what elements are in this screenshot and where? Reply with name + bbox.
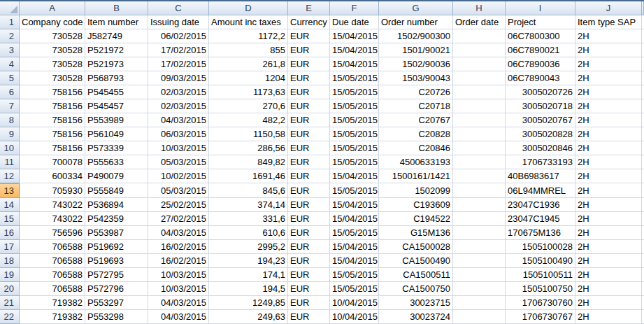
cell-E4[interactable]: EUR (288, 57, 330, 71)
cell-G20[interactable]: CA1500750 (379, 282, 453, 296)
row-header-15[interactable]: 15 (0, 212, 20, 226)
cell-D14[interactable]: 374,14 (209, 198, 288, 212)
cell-E11[interactable]: EUR (288, 155, 330, 169)
cell-A6[interactable]: 758156 (20, 85, 85, 99)
cell-C10[interactable]: 10/03/2015 (148, 141, 209, 155)
row-header-21[interactable]: 21 (0, 296, 20, 310)
row-header-12[interactable]: 12 (0, 169, 20, 183)
cell-E14[interactable]: EUR (288, 198, 330, 212)
cell-B14[interactable]: P536894 (85, 198, 148, 212)
cell-I12[interactable]: 40B6983617 (506, 169, 575, 183)
cell-C11[interactable]: 05/03/2015 (148, 155, 209, 169)
cell-B11[interactable]: P555633 (85, 155, 148, 169)
cell-D5[interactable]: 1204 (209, 71, 288, 85)
cell-D1-field-header[interactable]: Amount inc taxes (209, 15, 288, 29)
cell-E15[interactable]: EUR (288, 212, 330, 226)
cell-G1-field-header[interactable]: Order number (379, 15, 453, 29)
cell-B22[interactable]: P553298 (85, 310, 148, 324)
cell-G11[interactable]: 4500633193 (379, 155, 453, 169)
cell-J13[interactable]: 2H (575, 183, 642, 198)
cell-D8[interactable]: 482,2 (209, 113, 288, 127)
cell-A16[interactable]: 756596 (20, 226, 85, 240)
row-header-16[interactable]: 16 (0, 226, 20, 240)
cell-D17[interactable]: 2995,2 (209, 240, 288, 254)
cell-B12[interactable]: P490079 (85, 169, 148, 183)
cell-C2[interactable]: 06/02/2015 (148, 29, 209, 43)
cell-G17[interactable]: CA1500028 (379, 240, 453, 254)
cell-F18[interactable]: 15/04/2015 (330, 254, 379, 268)
row-header-2[interactable]: 2 (0, 29, 20, 43)
cell-E10[interactable]: EUR (288, 141, 330, 155)
cell-J6[interactable]: 2H (575, 85, 642, 99)
cell-I8[interactable]: 3005020767 (506, 113, 575, 127)
cell-B19[interactable]: P572795 (85, 268, 148, 282)
cell-D9[interactable]: 1150,58 (209, 127, 288, 141)
row-header-7[interactable]: 7 (0, 99, 20, 113)
cell-F10[interactable]: 15/05/2015 (330, 141, 379, 155)
cell-I10[interactable]: 3005020846 (506, 141, 575, 155)
cell-G6[interactable]: C20726 (379, 85, 453, 99)
cell-D2[interactable]: 1172,2 (209, 29, 288, 43)
cell-F17[interactable]: 15/04/2015 (330, 240, 379, 254)
cell-G21[interactable]: 30023715 (379, 296, 453, 310)
cell-E19[interactable]: EUR (288, 268, 330, 282)
cell-D11[interactable]: 849,82 (209, 155, 288, 169)
cell-A3[interactable]: 730528 (20, 43, 85, 57)
cell-I17[interactable]: 1505100028 (506, 240, 575, 254)
cell-H1-field-header[interactable]: Order date (453, 15, 506, 29)
cell-F6[interactable]: 15/05/2015 (330, 85, 379, 99)
cell-F12[interactable]: 15/04/2015 (330, 169, 379, 183)
cell-E13[interactable]: EUR (288, 183, 330, 198)
row-header-22[interactable]: 22 (0, 310, 20, 324)
cell-C20[interactable]: 10/03/2015 (148, 282, 209, 296)
cell-H22[interactable] (453, 310, 506, 324)
cell-A9[interactable]: 758156 (20, 127, 85, 141)
cell-C16[interactable]: 04/03/2015 (148, 226, 209, 240)
cell-A1-field-header[interactable]: Company code (20, 15, 85, 29)
cell-H21[interactable] (453, 296, 506, 310)
cell-H18[interactable] (453, 254, 506, 268)
cell-I1-field-header[interactable]: Project (506, 15, 575, 29)
cell-H5[interactable] (453, 71, 506, 85)
cell-J22[interactable]: 2H (575, 310, 642, 324)
row-header-4[interactable]: 4 (0, 57, 20, 71)
cell-H6[interactable] (453, 85, 506, 99)
column-header-D[interactable]: D (209, 1, 288, 15)
cell-I11[interactable]: 1706733193 (506, 155, 575, 169)
cell-B8[interactable]: P553989 (85, 113, 148, 127)
column-header-C[interactable]: C (148, 1, 209, 15)
row-header-17[interactable]: 17 (0, 240, 20, 254)
cell-I4[interactable]: 06C7890036 (506, 57, 575, 71)
cell-F8[interactable]: 15/05/2015 (330, 113, 379, 127)
cell-E8[interactable]: EUR (288, 113, 330, 127)
cell-F5[interactable]: 15/05/2015 (330, 71, 379, 85)
cell-G16[interactable]: G15M136 (379, 226, 453, 240)
cell-I13[interactable]: 06L94MMREL (506, 183, 575, 198)
cell-G3[interactable]: 1501/90021 (379, 43, 453, 57)
row-header-6[interactable]: 6 (0, 85, 20, 99)
cell-I3[interactable]: 06C7890021 (506, 43, 575, 57)
cell-D16[interactable]: 610,6 (209, 226, 288, 240)
row-header-5[interactable]: 5 (0, 71, 20, 85)
select-all-corner[interactable] (0, 1, 20, 15)
cell-C13[interactable]: 05/03/2015 (148, 183, 209, 198)
cell-C22[interactable]: 04/03/2015 (148, 310, 209, 324)
cell-D22[interactable]: 249,63 (209, 310, 288, 324)
cell-H12[interactable] (453, 169, 506, 183)
cell-C21[interactable]: 04/03/2015 (148, 296, 209, 310)
cell-F20[interactable]: 15/05/2015 (330, 282, 379, 296)
cell-A8[interactable]: 758156 (20, 113, 85, 127)
cell-J10[interactable]: 2H (575, 141, 642, 155)
cell-D7[interactable]: 270,6 (209, 99, 288, 113)
cell-I19[interactable]: 1505100511 (506, 268, 575, 282)
cell-I20[interactable]: 1505100750 (506, 282, 575, 296)
cell-J19[interactable]: 2H (575, 268, 642, 282)
cell-D6[interactable]: 1173,63 (209, 85, 288, 99)
cell-F19[interactable]: 15/05/2015 (330, 268, 379, 282)
cell-F2[interactable]: 15/04/2015 (330, 29, 379, 43)
cell-A14[interactable]: 743022 (20, 198, 85, 212)
cell-B20[interactable]: P572796 (85, 282, 148, 296)
column-header-J[interactable]: J (575, 1, 642, 15)
cell-B3[interactable]: P521972 (85, 43, 148, 57)
cell-G8[interactable]: C20767 (379, 113, 453, 127)
